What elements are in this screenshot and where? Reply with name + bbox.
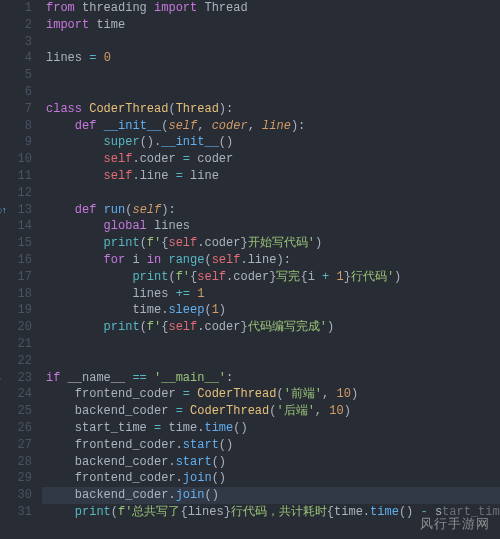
token-self: self <box>197 270 226 284</box>
token-plain: coder <box>233 270 269 284</box>
token-builtin: print <box>75 505 111 519</box>
token-plain: frontend_coder. <box>46 471 183 485</box>
token-punct: () <box>219 135 233 149</box>
code-line[interactable]: backend_coder.start() <box>46 454 500 471</box>
code-line[interactable]: lines = 0 <box>46 50 500 67</box>
line-number-gutter: 12345678910111213◌↑14151617181920212223▶… <box>0 0 42 539</box>
token-fn: start <box>183 438 219 452</box>
code-line[interactable]: time.sleep(1) <box>46 302 500 319</box>
token-param: self <box>132 203 161 217</box>
code-line[interactable]: global lines <box>46 218 500 235</box>
token-kw: in <box>147 253 161 267</box>
code-content[interactable]: from threading import Threadimport time … <box>42 0 500 539</box>
code-line[interactable]: from threading import Thread <box>46 0 500 17</box>
run-icon[interactable]: ▶ <box>0 371 1 388</box>
code-line[interactable]: start_time = time.time() <box>46 420 500 437</box>
token-builtin: print <box>132 270 168 284</box>
token-punct: ): <box>291 119 305 133</box>
token-punct: ): <box>161 203 175 217</box>
line-number: 10 <box>0 151 32 168</box>
token-plain <box>96 119 103 133</box>
code-line[interactable] <box>46 34 500 51</box>
token-punct: } <box>224 505 231 519</box>
token-plain: time. <box>46 303 168 317</box>
token-fn: sleep <box>168 303 204 317</box>
code-line[interactable]: print(f'{self.coder}写完{i + 1}行代码') <box>46 269 500 286</box>
token-param: coder <box>212 119 248 133</box>
token-plain <box>46 203 75 217</box>
code-line[interactable]: backend_coder = CoderThread('后端', 10) <box>46 403 500 420</box>
token-str: '前端' <box>284 387 322 401</box>
line-number: 14 <box>0 218 32 235</box>
token-param: self <box>168 119 197 133</box>
token-punct: ) <box>344 404 351 418</box>
code-editor[interactable]: 12345678910111213◌↑14151617181920212223▶… <box>0 0 500 539</box>
token-plain: backend_coder <box>46 404 176 418</box>
code-line[interactable] <box>46 67 500 84</box>
token-op: = <box>183 152 190 166</box>
code-line[interactable]: class CoderThread(Thread): <box>46 101 500 118</box>
line-number: 4 <box>0 50 32 67</box>
token-punct: ): <box>219 102 233 116</box>
code-line[interactable]: print(f'{self.coder}代码编写完成') <box>46 319 500 336</box>
token-op: == <box>132 371 146 385</box>
modified-icon: ◌↑ <box>0 203 7 220</box>
token-punct: () <box>219 438 233 452</box>
token-punct: . <box>240 253 247 267</box>
token-fn: time <box>204 421 233 435</box>
token-kw: def <box>75 119 97 133</box>
line-number: 8 <box>0 118 32 135</box>
code-line[interactable]: self.line = line <box>46 168 500 185</box>
line-number: 2 <box>0 17 32 34</box>
token-str: f' <box>147 320 161 334</box>
token-plain: line <box>183 169 219 183</box>
code-line[interactable] <box>46 353 500 370</box>
token-plain <box>46 119 75 133</box>
token-plain: start_time <box>46 421 154 435</box>
token-plain: coder <box>204 320 240 334</box>
line-number: 19 <box>0 302 32 319</box>
token-builtin: print <box>104 236 140 250</box>
code-line[interactable]: print(f'{self.coder}开始写代码') <box>46 235 500 252</box>
code-line[interactable]: lines += 1 <box>46 286 500 303</box>
line-number: 22 <box>0 353 32 370</box>
code-line[interactable]: if __name__ == '__main__': <box>46 370 500 387</box>
token-punct: ( <box>204 303 211 317</box>
token-plain <box>46 236 104 250</box>
token-plain: lines <box>188 505 224 519</box>
code-line[interactable] <box>46 336 500 353</box>
code-line[interactable]: import time <box>46 17 500 34</box>
token-plain <box>46 253 104 267</box>
token-num: 10 <box>336 387 350 401</box>
token-plain: backend_coder. <box>46 455 176 469</box>
token-cls: Thread <box>176 102 219 116</box>
token-punct: } <box>240 236 247 250</box>
line-number: 20 <box>0 319 32 336</box>
token-kw: class <box>46 102 82 116</box>
code-line[interactable]: backend_coder.join() <box>0 487 500 504</box>
token-punct: { <box>180 505 187 519</box>
token-punct: : <box>226 371 233 385</box>
code-line[interactable] <box>46 185 500 202</box>
token-op: = <box>176 404 183 418</box>
line-number: 17 <box>0 269 32 286</box>
token-str: 写完 <box>276 270 300 284</box>
code-line[interactable]: self.coder = coder <box>46 151 500 168</box>
code-line[interactable]: frontend_coder.join() <box>46 470 500 487</box>
code-line[interactable]: super().__init__() <box>46 134 500 151</box>
code-line[interactable] <box>46 84 500 101</box>
token-op: = <box>176 169 183 183</box>
token-fn: time <box>370 505 399 519</box>
token-str: '__main__' <box>154 371 226 385</box>
code-line[interactable]: def run(self): <box>46 202 500 219</box>
code-line[interactable]: frontend_coder = CoderThread('前端', 10) <box>46 386 500 403</box>
code-line[interactable]: frontend_coder.start() <box>46 437 500 454</box>
token-plain <box>46 152 104 166</box>
token-plain: threading <box>75 1 154 15</box>
token-plain <box>46 505 75 519</box>
token-plain: i <box>125 253 147 267</box>
line-number: 11 <box>0 168 32 185</box>
code-line[interactable]: def __init__(self, coder, line): <box>46 118 500 135</box>
code-line[interactable]: for i in range(self.line): <box>46 252 500 269</box>
token-punct: . <box>132 152 139 166</box>
